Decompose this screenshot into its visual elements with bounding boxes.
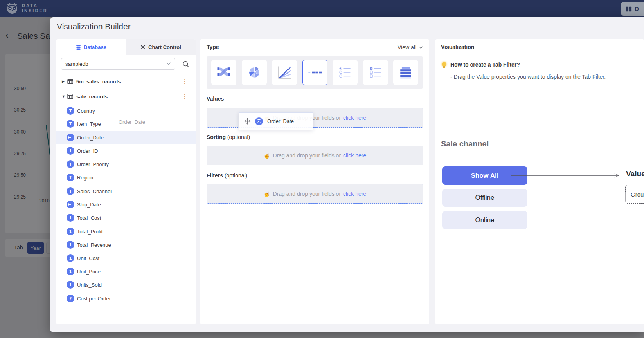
chevron-down-icon xyxy=(166,62,171,65)
tab-filter-icon: Tab xyxy=(306,64,324,81)
dashboard-grid-icon xyxy=(625,5,632,13)
chart-type-row: Tab xyxy=(207,56,423,89)
panel-tabstrip: Database Chart Control xyxy=(56,39,196,55)
field-row-order-priority[interactable]: T Order_Priority xyxy=(56,157,196,171)
database-select-value: sampledb xyxy=(65,61,88,67)
move-icon xyxy=(244,118,251,125)
number-field-icon: 1 xyxy=(67,268,74,275)
modal-title: Visualization Builder xyxy=(57,22,131,31)
field-row-unit-cost[interactable]: 1 Unit_Cost xyxy=(56,251,196,265)
radio-list-icon xyxy=(336,64,354,81)
tip-body: - Drag the Value properties you want to … xyxy=(450,74,606,80)
field-row-total-cost[interactable]: 1 Total_Cost xyxy=(56,211,196,224)
tab-filter-option-offline[interactable]: Offline xyxy=(442,189,527,207)
tab-chart-control-label: Chart Control xyxy=(148,44,181,50)
tab-filter-option-online[interactable]: Online xyxy=(442,211,527,229)
top-navbar: DATA INSIDER D xyxy=(0,0,644,17)
chart-type-sankey[interactable] xyxy=(211,60,236,85)
chart-type-pie[interactable] xyxy=(242,60,267,85)
drag-source-ghost: Order_Date xyxy=(119,119,145,125)
dragged-field-label: Order_Date xyxy=(267,118,294,124)
table-row-sale-records[interactable]: ▼ sale_records ⋮ xyxy=(56,89,196,103)
database-panel: Database Chart Control sampledb xyxy=(56,39,196,324)
dashboard-nav-button[interactable]: D xyxy=(621,2,644,16)
field-row-region[interactable]: T Region xyxy=(56,171,196,184)
dashboard-nav-label: D xyxy=(635,5,639,12)
sorting-dropzone[interactable]: ☝ Drag and drop your fields or click her… xyxy=(207,146,423,165)
tab-database[interactable]: Database xyxy=(56,39,126,55)
value-annotation-heading: Value xyxy=(626,170,644,178)
number-field-icon: 1 xyxy=(67,147,74,155)
chart-type-radio-list[interactable] xyxy=(333,60,358,85)
text-field-icon: T xyxy=(67,120,74,128)
field-row-total-revenue[interactable]: 1 Total_Revenue xyxy=(56,238,196,251)
field-row-order-id[interactable]: 1 Order_ID xyxy=(56,144,196,157)
builder-panel: Type View all xyxy=(200,39,429,324)
text-field-icon: T xyxy=(67,187,74,195)
values-section-label: Values xyxy=(207,96,224,102)
line-chart-icon xyxy=(276,64,293,81)
chart-type-data-table[interactable] xyxy=(393,60,418,85)
values-click-here-link[interactable]: click here xyxy=(343,115,366,121)
tab-database-label: Database xyxy=(84,44,106,50)
filters-dropzone[interactable]: ☝ Drag and drop your fields or click her… xyxy=(207,184,423,204)
table-row-5m-sales-records[interactable]: ▶ 5m_sales_records ⋮ xyxy=(56,74,196,89)
visualization-panel: Visualization How to create a Tab Filter… xyxy=(435,39,644,324)
tab-chart-control[interactable]: Chart Control xyxy=(126,39,196,55)
database-select[interactable]: sampledb xyxy=(61,58,175,70)
number-field-icon: 1 xyxy=(67,254,74,262)
chart-type-checkbox-list[interactable] xyxy=(363,60,388,85)
database-icon xyxy=(76,44,81,50)
field-row-order-date[interactable]: Order_Date xyxy=(56,131,196,144)
tools-icon xyxy=(140,45,146,50)
data-table-icon xyxy=(397,64,414,81)
pie-chart-icon xyxy=(246,64,263,81)
date-field-icon xyxy=(255,117,263,125)
annotation-arrow-icon xyxy=(511,172,623,179)
app-root: DATA INSIDER D ‹ Sales Sa 30.50 30.25 3 xyxy=(0,0,644,338)
date-field-icon xyxy=(67,201,74,208)
view-all-button[interactable]: View all xyxy=(398,44,423,51)
caret-collapsed-icon[interactable]: ▶ xyxy=(62,80,67,83)
sorting-click-here-link[interactable]: click here xyxy=(343,152,366,159)
number-field-icon: 1 xyxy=(67,228,74,235)
text-field-icon: T xyxy=(67,107,74,115)
text-field-icon: T xyxy=(67,174,74,181)
table-name: 5m_sales_records xyxy=(76,79,182,85)
brand-line-1: DATA xyxy=(22,3,48,8)
group-link[interactable]: Group xyxy=(631,191,644,198)
field-row-unit-price[interactable]: 1 Unit_Price xyxy=(56,265,196,278)
field-row-sales-channel[interactable]: T Sales_Channel xyxy=(56,184,196,198)
dragged-field-card[interactable]: Order_Date xyxy=(239,112,313,130)
table-menu-kebab-icon[interactable]: ⋮ xyxy=(182,93,188,100)
sankey-icon xyxy=(215,64,232,81)
number-field-icon: 1 xyxy=(67,241,74,249)
visualization-builder-modal: Visualization Builder Database xyxy=(50,17,644,332)
formula-field-icon: ƒ xyxy=(67,295,74,302)
search-button[interactable] xyxy=(181,59,191,69)
lightbulb-icon xyxy=(442,62,446,67)
number-field-icon: 1 xyxy=(67,281,74,289)
text-field-icon: T xyxy=(67,160,74,168)
brand-logo[interactable]: DATA INSIDER xyxy=(5,2,48,15)
chart-type-tab-filter[interactable]: Tab xyxy=(302,60,327,85)
tip-title: How to create a Tab Filter? xyxy=(450,61,520,68)
svg-text:Tab: Tab xyxy=(308,71,311,74)
hand-pointer-icon: ☝ xyxy=(263,190,271,197)
caret-expanded-icon[interactable]: ▼ xyxy=(62,94,67,98)
date-field-icon xyxy=(67,134,74,141)
field-row-cost-per-order[interactable]: ƒ Cost per Order xyxy=(56,292,196,305)
field-row-country[interactable]: T Country xyxy=(56,104,196,117)
field-row-ship-date[interactable]: Ship_Date xyxy=(56,198,196,211)
filters-click-here-link[interactable]: click here xyxy=(343,191,366,197)
sorting-section-label: Sorting (optional) xyxy=(207,134,250,140)
chart-type-line[interactable] xyxy=(272,60,297,85)
search-icon xyxy=(182,61,190,68)
field-row-units-sold[interactable]: 1 Units_Sold xyxy=(56,278,196,291)
table-name: sale_records xyxy=(76,94,182,99)
owl-logo-icon xyxy=(5,2,19,15)
hand-pointer-icon: ☝ xyxy=(263,152,271,159)
table-icon xyxy=(67,94,73,99)
field-row-total-profit[interactable]: 1 Total_Profit xyxy=(56,225,196,238)
table-menu-kebab-icon[interactable]: ⋮ xyxy=(182,78,188,85)
